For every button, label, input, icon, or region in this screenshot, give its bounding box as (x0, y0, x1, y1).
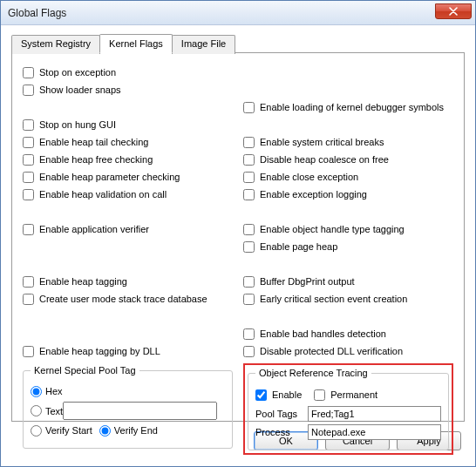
chk-close-exc-box[interactable] (243, 172, 255, 183)
chk-heap-free-box[interactable] (23, 154, 34, 166)
chk-ort-permanent-label: Permanent (330, 389, 377, 400)
chk-heap-tag-box[interactable] (23, 276, 34, 288)
left-column: Stop on exception Show loader snaps Stop… (23, 64, 238, 455)
chk-ort-permanent[interactable]: Permanent (314, 386, 377, 403)
chk-obj-handle-box[interactable] (243, 224, 255, 235)
chk-sys-crit[interactable]: Enable system critical breaks (243, 133, 453, 151)
titlebar: Global Flags (1, 1, 475, 25)
chk-show-loader-label: Show loader snaps (39, 85, 121, 95)
chk-umst-box[interactable] (23, 294, 34, 305)
chk-dll-verif[interactable]: Disable protected DLL verification (243, 342, 453, 360)
chk-close-exc-label: Enable close exception (260, 172, 358, 182)
chk-dll-verif-label: Disable protected DLL verification (260, 346, 403, 356)
chk-exc-log-label: Enable exception logging (260, 189, 367, 200)
kspt-legend: Kernel Special Pool Tag (31, 365, 139, 376)
chk-early-crit-label: Early critical section event creation (260, 294, 407, 304)
chk-dbgprint-box[interactable] (243, 276, 255, 288)
chk-ort-permanent-box[interactable] (314, 389, 325, 401)
chk-heap-tag-dll-box[interactable] (23, 346, 34, 357)
kspt-tag-input[interactable] (63, 402, 217, 420)
ort-legend: Object Reference Tracing (255, 368, 371, 378)
tab-kernel-flags[interactable]: Kernel Flags (99, 34, 173, 53)
ort-process-input[interactable] (308, 424, 441, 440)
chk-page-heap[interactable]: Enable page heap (243, 238, 453, 255)
tab-system-registry[interactable]: System Registry (11, 35, 100, 54)
object-reference-tracing-group: Object Reference Tracing Enable Permanen… (248, 368, 449, 450)
chk-stop-hung[interactable]: Stop on hung GUI (23, 116, 233, 133)
chk-app-verifier-label: Enable application verifier (39, 224, 149, 234)
chk-stop-exception[interactable]: Stop on exception (23, 64, 233, 81)
chk-heap-param[interactable]: Enable heap parameter checking (23, 168, 233, 186)
chk-app-verifier-box[interactable] (23, 224, 34, 235)
close-icon (449, 7, 458, 16)
radio-hex[interactable]: Hex (31, 382, 63, 400)
chk-load-sym-label: Enable loading of kernel debugger symbol… (260, 102, 444, 112)
chk-show-loader[interactable]: Show loader snaps (23, 81, 233, 98)
chk-early-crit[interactable]: Early critical section event creation (243, 290, 453, 308)
chk-exc-log[interactable]: Enable exception logging (243, 186, 453, 203)
radio-verify-end-input[interactable] (99, 425, 111, 437)
chk-heap-param-label: Enable heap parameter checking (39, 172, 180, 182)
radio-text[interactable]: Text (31, 403, 63, 420)
chk-heap-tail-label: Enable heap tail checking (39, 137, 148, 147)
tab-image-file[interactable]: Image File (172, 35, 235, 54)
kernel-special-pool-tag-group: Kernel Special Pool Tag Hex Text (23, 365, 233, 449)
chk-stop-exception-box[interactable] (23, 67, 34, 78)
radio-text-label: Text (45, 406, 63, 416)
chk-stop-exception-label: Stop on exception (39, 67, 116, 78)
chk-stop-hung-box[interactable] (23, 119, 34, 131)
chk-obj-handle[interactable]: Enable object handle type tagging (243, 220, 453, 238)
ort-pool-tags-input[interactable] (308, 406, 441, 422)
chk-heap-tag-dll-label: Enable heap tagging by DLL (39, 346, 160, 356)
chk-heap-param-box[interactable] (23, 172, 34, 183)
chk-load-sym-box[interactable] (243, 102, 255, 113)
chk-close-exc[interactable]: Enable close exception (243, 168, 453, 186)
chk-app-verifier[interactable]: Enable application verifier (23, 220, 233, 238)
chk-heap-tag-dll[interactable]: Enable heap tagging by DLL (23, 342, 233, 360)
chk-heap-valid[interactable]: Enable heap validation on call (23, 186, 233, 203)
chk-page-heap-box[interactable] (243, 241, 255, 253)
chk-exc-log-box[interactable] (243, 189, 255, 200)
chk-heap-coalesce-box[interactable] (243, 154, 255, 166)
tab-body: Stop on exception Show loader snaps Stop… (11, 52, 465, 422)
object-reference-tracing-highlight: Object Reference Tracing Enable Permanen… (243, 363, 453, 455)
chk-heap-tail-box[interactable] (23, 137, 34, 148)
chk-heap-valid-label: Enable heap validation on call (39, 189, 167, 200)
chk-load-sym[interactable]: Enable loading of kernel debugger symbol… (243, 98, 453, 116)
chk-heap-coalesce-label: Disable heap coalesce on free (260, 154, 389, 165)
chk-umst[interactable]: Create user mode stack trace database (23, 290, 233, 308)
radio-verify-start-input[interactable] (31, 425, 42, 437)
client-area: System Registry Kernel Flags Image File … (1, 25, 475, 466)
chk-early-crit-box[interactable] (243, 294, 255, 305)
chk-obj-handle-label: Enable object handle type tagging (260, 224, 405, 234)
right-column: Enable loading of kernel debugger symbol… (238, 64, 453, 455)
chk-heap-free-label: Enable heap free checking (39, 154, 153, 165)
tab-control: System Registry Kernel Flags Image File … (11, 34, 465, 423)
chk-dll-verif-box[interactable] (243, 346, 255, 357)
chk-bad-handles-label: Enable bad handles detection (260, 328, 386, 339)
chk-heap-free[interactable]: Enable heap free checking (23, 151, 233, 168)
chk-bad-handles[interactable]: Enable bad handles detection (243, 325, 453, 342)
chk-heap-valid-box[interactable] (23, 189, 34, 200)
close-button[interactable] (435, 3, 472, 19)
chk-heap-tag[interactable]: Enable heap tagging (23, 273, 233, 290)
radio-verify-end[interactable]: Verify End (99, 422, 158, 439)
chk-heap-coalesce[interactable]: Disable heap coalesce on free (243, 151, 453, 168)
chk-sys-crit-box[interactable] (243, 137, 255, 148)
chk-heap-tag-label: Enable heap tagging (39, 276, 127, 287)
radio-verify-start-label: Verify Start (45, 425, 92, 436)
ort-process-label: Process (255, 427, 308, 437)
chk-heap-tail[interactable]: Enable heap tail checking (23, 133, 233, 151)
chk-ort-enable-box[interactable] (255, 389, 267, 401)
chk-show-loader-box[interactable] (23, 85, 34, 96)
radio-verify-start[interactable]: Verify Start (31, 422, 92, 439)
radio-verify-end-label: Verify End (114, 425, 158, 436)
chk-ort-enable[interactable]: Enable (255, 386, 302, 403)
ort-pool-tags-label: Pool Tags (255, 409, 308, 419)
chk-dbgprint[interactable]: Buffer DbgPrint output (243, 273, 453, 290)
chk-bad-handles-box[interactable] (243, 328, 255, 340)
radio-text-input[interactable] (31, 405, 42, 416)
chk-page-heap-label: Enable page heap (260, 241, 337, 252)
chk-umst-label: Create user mode stack trace database (39, 294, 207, 304)
radio-hex-input[interactable] (31, 386, 42, 397)
